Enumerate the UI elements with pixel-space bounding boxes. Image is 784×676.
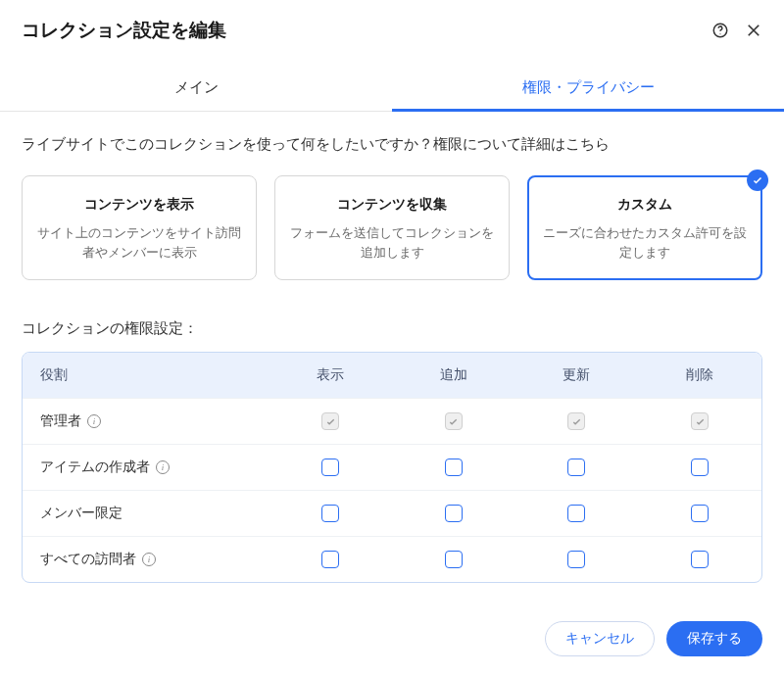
checkbox-member-update[interactable] [567,505,585,522]
role-cell: メンバー限定 [23,491,269,536]
tab-main[interactable]: メイン [0,63,392,111]
table-row-author: アイテムの作成者 i [23,444,761,490]
role-label: 管理者 [40,412,81,430]
role-cell: 管理者 i [23,399,269,444]
col-view: 表示 [269,353,392,398]
table-row-admin: 管理者 i [23,398,761,444]
tab-permissions[interactable]: 権限・プライバシー [392,63,784,111]
checkbox-everyone-view[interactable] [321,551,339,568]
role-label: メンバー限定 [40,505,122,522]
info-icon[interactable]: i [142,553,156,566]
selected-check-icon [747,169,768,191]
col-role: 役割 [23,353,269,398]
tabs: メイン 権限・プライバシー [0,63,784,112]
dialog-title: コレクション設定を編集 [22,18,226,43]
card-desc: サイト上のコンテンツをサイト訪問者やメンバーに表示 [36,223,242,262]
save-button[interactable]: 保存する [666,621,762,656]
permissions-section-title: コレクションの権限設定： [22,319,762,338]
card-display-content[interactable]: コンテンツを表示 サイト上のコンテンツをサイト訪問者やメンバーに表示 [22,175,257,280]
intro-text: ライブサイトでこのコレクションを使って何をしたいですか？権限について詳細はこちら [22,133,762,156]
checkbox-member-add[interactable] [445,505,463,522]
table-row-everyone: すべての訪問者 i [23,536,761,582]
edit-collection-settings-dialog: コレクション設定を編集 メイン 権限・プライバシー ライブサイトでこのコレクショ… [0,0,784,676]
checkbox-everyone-delete[interactable] [691,551,709,568]
col-delete: 削除 [638,353,761,398]
checkbox-author-delete[interactable] [691,459,709,476]
checkbox-admin-view [321,412,339,430]
col-update: 更新 [515,353,639,398]
permission-mode-cards: コンテンツを表示 サイト上のコンテンツをサイト訪問者やメンバーに表示 コンテンツ… [22,175,762,280]
card-collect-content[interactable]: コンテンツを収集 フォームを送信してコレクションを追加します [274,175,510,280]
role-cell: すべての訪問者 i [23,537,269,582]
dialog-header: コレクション設定を編集 [0,0,784,53]
checkbox-author-update[interactable] [567,459,585,476]
table-header-row: 役割 表示 追加 更新 削除 [23,353,761,398]
col-add: 追加 [392,353,515,398]
info-icon[interactable]: i [87,414,101,428]
svg-point-1 [719,33,720,34]
checkbox-member-view[interactable] [321,505,339,522]
info-icon[interactable]: i [156,460,170,474]
card-desc: ニーズに合わせたカスタム許可を設定します [542,223,748,262]
cancel-button[interactable]: キャンセル [545,621,655,656]
role-label: すべての訪問者 [40,551,136,568]
checkbox-everyone-update[interactable] [567,551,585,568]
card-title: コンテンツを収集 [289,196,495,214]
role-label: アイテムの作成者 [40,459,150,476]
checkbox-everyone-add[interactable] [445,551,463,568]
dialog-footer: キャンセル 保存する [0,604,784,676]
card-title: コンテンツを表示 [36,196,242,214]
checkbox-author-view[interactable] [321,459,339,476]
checkbox-admin-add [445,412,463,430]
checkbox-admin-update [567,412,585,430]
card-desc: フォームを送信してコレクションを追加します [289,223,495,262]
close-icon[interactable] [745,22,762,39]
role-cell: アイテムの作成者 i [23,445,269,490]
header-icons [711,22,762,39]
permissions-table: 役割 表示 追加 更新 削除 管理者 i アイテムの作成者 i [22,352,762,583]
dialog-body: ライブサイトでこのコレクションを使って何をしたいですか？権限について詳細はこちら… [0,112,784,604]
card-custom[interactable]: カスタム ニーズに合わせたカスタム許可を設定します [527,175,762,280]
table-row-member: メンバー限定 [23,490,761,536]
card-title: カスタム [542,196,748,214]
checkbox-member-delete[interactable] [691,505,709,522]
checkbox-author-add[interactable] [445,459,463,476]
help-icon[interactable] [711,22,729,39]
checkbox-admin-delete [691,412,709,430]
